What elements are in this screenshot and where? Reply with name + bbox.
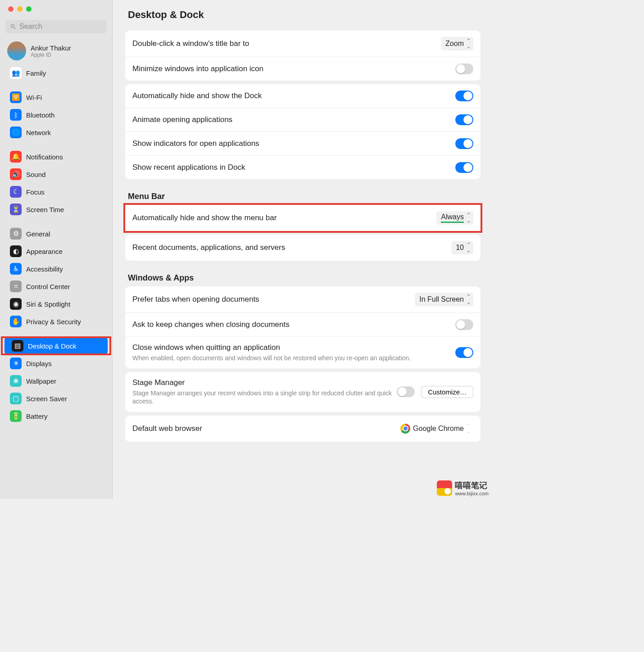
network-icon: 🌐 — [10, 127, 22, 138]
row-recent-items: Recent documents, applications, and serv… — [125, 235, 481, 261]
recent-items-popup[interactable]: 10⌃⌄ — [451, 241, 473, 254]
windows-group: Prefer tabs when opening documents In Fu… — [125, 286, 481, 368]
sidebar-item-bluetooth[interactable]: ᛒBluetooth — [3, 106, 109, 123]
sidebar-item-battery[interactable]: 🔋Battery — [3, 408, 109, 425]
sidebar-item-wi-fi[interactable]: 🛜Wi-Fi — [3, 89, 109, 106]
sidebar-item-accessibility[interactable]: ♿︎Accessibility — [3, 260, 109, 277]
close-window-button[interactable] — [8, 6, 14, 12]
browser-group: Default web browser Google Chrome⌃⌄ — [125, 416, 481, 442]
sidebar-item-label: Family — [26, 69, 46, 77]
chrome-icon — [400, 424, 410, 434]
sidebar-item-siri-spotlight[interactable]: ◉Siri & Spotlight — [3, 295, 109, 312]
account-subtitle: Apple ID — [31, 52, 71, 58]
sidebar-item-label: Wallpaper — [26, 377, 56, 385]
row-ask-keep-changes: Ask to keep changes when closing documen… — [125, 313, 481, 337]
sidebar-item-label: Displays — [26, 360, 52, 367]
row-prefer-tabs: Prefer tabs when opening documents In Fu… — [125, 286, 481, 313]
watermark-logo-icon — [437, 480, 452, 496]
page-title: Desktop & Dock — [113, 0, 493, 27]
menubar-group: Recent documents, applications, and serv… — [125, 235, 481, 261]
row-close-windows-quit: Close windows when quitting an applicati… — [125, 337, 481, 368]
search-input[interactable]: Search — [5, 20, 107, 33]
screensaver-icon: ▢ — [10, 393, 22, 404]
screentime-icon: ⏳ — [10, 204, 22, 215]
sidebar-item-label: Privacy & Security — [26, 318, 81, 326]
general-icon: ⚙︎ — [10, 228, 22, 240]
sidebar-item-label: Sound — [26, 171, 45, 178]
accessibility-icon: ♿︎ — [10, 263, 22, 275]
sidebar-item-label: Screen Time — [26, 206, 64, 213]
stage-manager-toggle[interactable] — [397, 386, 415, 397]
sidebar-item-label: Wi-Fi — [26, 94, 42, 101]
stage-customize-button[interactable]: Customize… — [421, 386, 473, 398]
sidebar-item-desktop-dock[interactable]: ▤Desktop & Dock — [5, 337, 108, 354]
sidebar-item-label: Siri & Spotlight — [26, 300, 70, 308]
windows-heading: Windows & Apps — [128, 273, 478, 283]
recent-apps-toggle[interactable] — [455, 162, 473, 173]
avatar — [7, 41, 26, 60]
menubar-highlighted-group: Automatically hide and show the menu bar… — [125, 205, 481, 231]
minimize-into-icon-toggle[interactable] — [455, 63, 473, 74]
sidebar-item-label: Accessibility — [26, 265, 63, 273]
sidebar-item-displays[interactable]: ☀︎Displays — [3, 355, 109, 372]
sidebar-item-label: Battery — [26, 412, 48, 420]
family-icon: 👥 — [10, 67, 22, 79]
siri-icon: ◉ — [10, 298, 22, 310]
sidebar-item-label: Bluetooth — [26, 111, 54, 119]
controlcenter-icon: ⌗ — [10, 281, 22, 292]
sidebar-item-label: Network — [26, 129, 51, 136]
sidebar-item-label: Focus — [26, 188, 45, 196]
sidebar-item-label: Screen Saver — [26, 395, 67, 403]
default-browser-popup[interactable]: Google Chrome⌃⌄ — [396, 422, 473, 435]
account-row[interactable]: Ankur Thakur Apple ID — [0, 38, 112, 64]
sidebar-item-control-center[interactable]: ⌗Control Center — [3, 278, 109, 295]
zoom-window-button[interactable] — [26, 6, 32, 12]
account-name: Ankur Thakur — [31, 44, 71, 52]
notifications-icon: 🔔 — [10, 151, 22, 163]
displays-icon: ☀︎ — [10, 358, 22, 369]
open-indicators-toggle[interactable] — [455, 138, 473, 149]
privacy-icon: ✋ — [10, 316, 22, 327]
wifi-icon: 🛜 — [10, 91, 22, 103]
sidebar-item-notifications[interactable]: 🔔Notifications — [3, 148, 109, 165]
autohide-dock-toggle[interactable] — [455, 91, 473, 101]
search-placeholder: Search — [19, 23, 42, 31]
sidebar-item-label: Notifications — [26, 153, 63, 161]
sidebar-item-general[interactable]: ⚙︎General — [3, 225, 109, 242]
stage-manager-group: Stage Manager Stage Manager arranges you… — [125, 372, 481, 412]
row-minimize-into-icon: Minimize windows into application icon — [125, 57, 481, 81]
sidebar-item-privacy-security[interactable]: ✋Privacy & Security — [3, 313, 109, 330]
system-settings-window: Search Ankur Thakur Apple ID 👥Family🛜Wi-… — [0, 0, 493, 499]
sidebar-item-appearance[interactable]: ◐Appearance — [3, 243, 109, 260]
menubar-heading: Menu Bar — [128, 192, 478, 201]
row-autohide-menubar: Automatically hide and show the menu bar… — [125, 205, 481, 231]
ask-keep-changes-toggle[interactable] — [455, 319, 473, 330]
sidebar-item-family[interactable]: 👥Family — [3, 64, 109, 82]
sidebar-item-screen-saver[interactable]: ▢Screen Saver — [3, 390, 109, 407]
sidebar-item-screen-time[interactable]: ⏳Screen Time — [3, 201, 109, 218]
minimize-window-button[interactable] — [17, 6, 23, 12]
sidebar-item-sound[interactable]: 🔊Sound — [3, 166, 109, 183]
main-pane: Desktop & Dock Double-click a window's t… — [113, 0, 493, 499]
window-controls — [0, 6, 112, 12]
sound-icon: 🔊 — [10, 168, 22, 180]
autohide-menubar-popup[interactable]: Always⌃⌄ — [436, 211, 473, 225]
sidebar-item-label: Control Center — [26, 283, 70, 290]
titlebar-group: Double-click a window's title bar to Zoo… — [125, 31, 481, 81]
watermark: 嘻嘻笔记 www.bijixx.com — [437, 480, 489, 496]
sidebar-item-focus[interactable]: ☾Focus — [3, 183, 109, 200]
sidebar-item-label: Desktop & Dock — [28, 342, 77, 350]
search-icon — [10, 23, 17, 30]
close-windows-quit-toggle[interactable] — [455, 347, 473, 358]
row-default-browser: Default web browser Google Chrome⌃⌄ — [125, 416, 481, 442]
sidebar-list: 👥Family🛜Wi-FiᛒBluetooth🌐Network🔔Notifica… — [0, 64, 112, 425]
animate-opening-toggle[interactable] — [455, 114, 473, 125]
focus-icon: ☾ — [10, 186, 22, 198]
desktopdock-icon: ▤ — [12, 340, 23, 352]
dock-group: Automatically hide and show the Dock Ani… — [125, 84, 481, 179]
sidebar-item-wallpaper[interactable]: ❀Wallpaper — [3, 372, 109, 389]
sidebar-item-network[interactable]: 🌐Network — [3, 124, 109, 141]
prefer-tabs-popup[interactable]: In Full Screen⌃⌄ — [415, 293, 473, 306]
doubleclick-popup[interactable]: Zoom⌃⌄ — [441, 37, 473, 50]
row-doubleclick-titlebar: Double-click a window's title bar to Zoo… — [125, 31, 481, 57]
